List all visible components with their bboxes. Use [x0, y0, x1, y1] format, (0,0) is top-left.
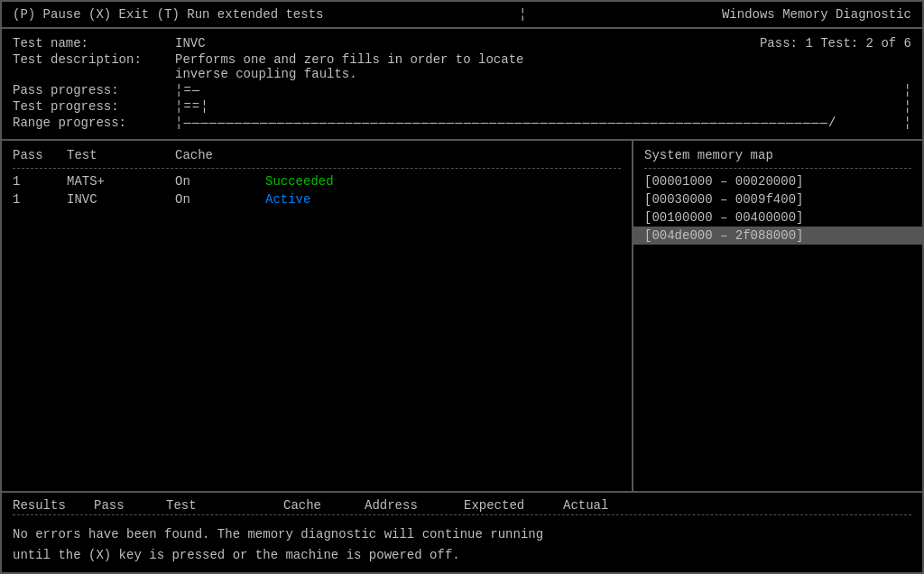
table-divider [13, 168, 621, 169]
results-col-pass-label: Pass [94, 498, 166, 513]
menu-left[interactable]: (P) Pause (X) Exit (T) Run extended test… [13, 7, 323, 22]
table-row: 1 MATS+ On Succeeded [2, 172, 632, 190]
row2-status: Active [265, 192, 401, 207]
menu-separator: ¦ [519, 7, 526, 22]
results-col-cache-label: Cache [283, 498, 365, 513]
results-message: No errors have been found. The memory di… [2, 521, 922, 572]
col-header-test: Test [67, 148, 175, 162]
table-row: 1 INVC On Active [2, 190, 632, 208]
row1-cache: On [175, 174, 265, 189]
range-progress-bar: ¦———————————————————————————————————————… [175, 116, 836, 130]
memory-map: System memory map [00001000 – 00020000] … [633, 141, 922, 491]
results-divider [13, 514, 911, 515]
test-name-label: Test name: [13, 36, 175, 51]
row1-status: Succeeded [265, 174, 401, 189]
test-name-value: INVC [175, 36, 206, 51]
row2-test: INVC [67, 192, 175, 207]
memory-map-header: System memory map [633, 146, 922, 164]
results-col-address-label: Address [365, 498, 464, 513]
memory-map-divider [644, 168, 911, 169]
test-desc-label: Test description: [13, 52, 175, 67]
test-progress-bar: ¦==¦ [175, 99, 209, 114]
results-col-test-label: Test [166, 498, 283, 513]
results-col-actual-label: Actual [563, 498, 635, 513]
pass-info: Pass: 1 Test: 2 of 6 [760, 36, 911, 51]
test-desc-value: Performs one and zero fills in order to … [175, 52, 911, 81]
test-table: Pass Test Cache 1 MATS+ On Succeeded 1 I… [2, 141, 633, 491]
range-progress-end: ¦ [904, 116, 911, 130]
info-section: Test name: INVC Pass: 1 Test: 2 of 6 Tes… [2, 29, 922, 141]
memory-entry-0: [00001000 – 00020000] [633, 172, 922, 190]
row2-cache: On [175, 192, 265, 207]
menu-bar: (P) Pause (X) Exit (T) Run extended test… [2, 2, 922, 29]
test-desc-line2: inverse coupling faults. [175, 67, 911, 81]
row1-test: MATS+ [67, 174, 175, 189]
memory-entry-3-highlighted: [004de000 – 2f088000] [633, 227, 922, 245]
screen: (P) Pause (X) Exit (T) Run extended test… [0, 0, 924, 574]
memory-entry-2: [00100000 – 00400000] [633, 208, 922, 227]
range-progress-bar-container: ¦———————————————————————————————————————… [175, 116, 911, 130]
table-header: Pass Test Cache [2, 146, 632, 164]
pass-progress-bar-container: ¦=— ¦ [175, 83, 911, 97]
pass-progress-bar: ¦=— [175, 83, 200, 97]
col-header-cache: Cache [175, 148, 265, 162]
menu-title: Windows Memory Diagnostic [722, 7, 911, 22]
memory-entry-1: [00030000 – 0009f400] [633, 190, 922, 208]
test-progress-label: Test progress: [13, 99, 175, 114]
test-name-left: Test name: INVC [13, 36, 206, 51]
test-desc-line1: Performs one and zero fills in order to … [175, 52, 911, 67]
test-progress-end: ¦ [904, 99, 911, 114]
pass-progress-end: ¦ [904, 83, 911, 97]
results-header: Results Pass Test Cache Address Expected… [2, 493, 922, 514]
results-message-line1: No errors have been found. The memory di… [13, 524, 911, 544]
range-progress-label: Range progress: [13, 116, 175, 130]
results-col-expected-label: Expected [464, 498, 563, 513]
row1-pass: 1 [13, 174, 67, 189]
test-progress-row: Test progress: ¦==¦ ¦ [13, 99, 911, 114]
pass-progress-row: Pass progress: ¦=— ¦ [13, 83, 911, 97]
test-desc-row: Test description: Performs one and zero … [13, 52, 911, 81]
pass-progress-label: Pass progress: [13, 83, 175, 97]
results-section: Results Pass Test Cache Address Expected… [2, 493, 922, 572]
results-col-results-label: Results [13, 498, 94, 513]
row2-pass: 1 [13, 192, 67, 207]
test-progress-bar-container: ¦==¦ ¦ [175, 99, 911, 114]
test-name-row: Test name: INVC Pass: 1 Test: 2 of 6 [13, 36, 911, 51]
results-message-line2: until the (X) key is pressed or the mach… [13, 545, 911, 565]
col-header-pass: Pass [13, 148, 67, 162]
range-progress-row: Range progress: ¦———————————————————————… [13, 116, 911, 130]
main-content: Pass Test Cache 1 MATS+ On Succeeded 1 I… [2, 141, 922, 493]
